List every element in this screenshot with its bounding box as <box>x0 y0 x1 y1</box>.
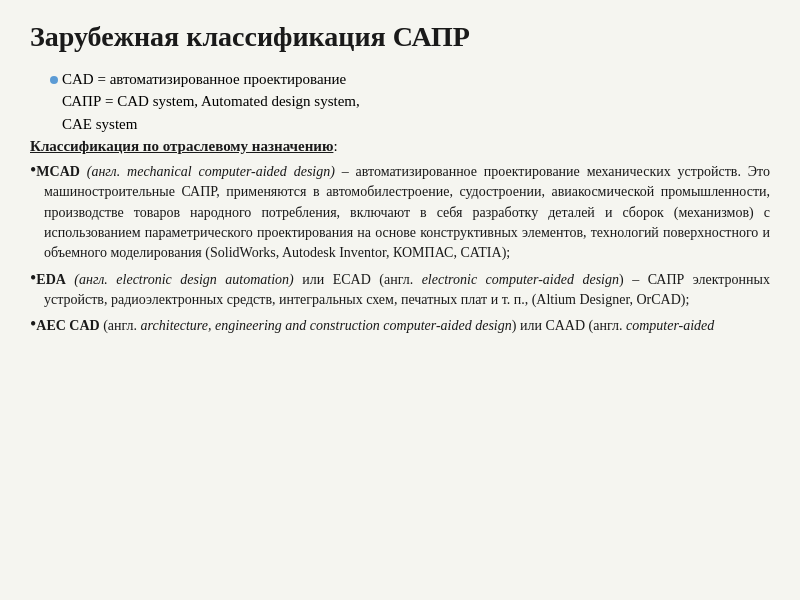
section-heading: Классификация по отраслевому назначению <box>30 138 333 154</box>
intro-line2: САПР = CAD system, Automated design syst… <box>62 90 360 113</box>
intro-line1: CAD = автоматизированное проектирование <box>62 68 360 91</box>
intro-block: CAD = автоматизированное проектирование … <box>50 68 770 136</box>
item-rest: (англ. architecture, engineering and con… <box>103 318 714 333</box>
item-italic: (англ. mechanical computer-aided design) <box>87 164 335 179</box>
section-heading-colon: : <box>333 138 337 154</box>
bullet-circle <box>50 76 58 84</box>
item-label: AEC CAD <box>36 318 99 333</box>
list-item: •EDA (англ. electronic design automation… <box>30 269 770 311</box>
intro-lines: CAD = автоматизированное проектирование … <box>62 68 360 136</box>
item-label: MCAD <box>36 164 80 179</box>
content-block: •MCAD (англ. mechanical computer-aided d… <box>30 161 770 336</box>
page-title: Зарубежная классификация САПР <box>30 20 770 54</box>
item-label: EDA <box>36 272 66 287</box>
list-item: •MCAD (англ. mechanical computer-aided d… <box>30 161 770 263</box>
item-italic: (англ. electronic design automation) <box>74 272 293 287</box>
section-heading-block: Классификация по отраслевому назначению: <box>30 137 770 155</box>
intro-line3: CAE system <box>62 113 360 136</box>
list-item: •AEC CAD (англ. architecture, engineerin… <box>30 315 770 336</box>
